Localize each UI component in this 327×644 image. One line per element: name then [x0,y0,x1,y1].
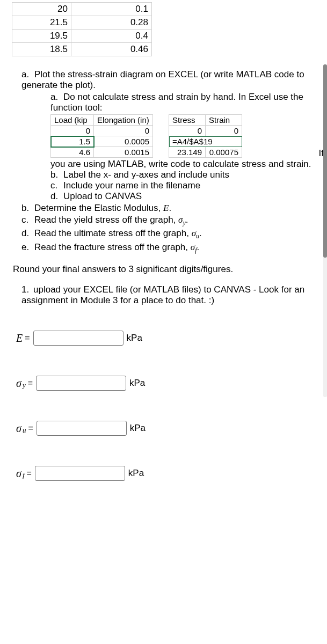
question-text: Label the x- and y-axes and include unit… [63,170,229,180]
list-marker: 1. [21,284,33,295]
question-a-a: a.Do not calculate stress and strain by … [50,92,321,170]
question-text: Do not calculate stress and strain by ha… [50,92,303,113]
input-sigma-f[interactable] [35,466,125,481]
question-a-c: c.Include your name in the filename [50,180,321,191]
equals-sign: = [27,469,32,478]
answer-e-modulus: E = kPa [16,331,321,346]
list-marker: a. [50,92,63,103]
unit-label: kPa [127,333,142,343]
input-E[interactable] [33,331,123,346]
cell: 21.5 [12,16,71,30]
cell: 0.4 [71,30,152,43]
question-text: Determine the Elastic Modulus, [34,203,163,213]
list-marker: d. [50,191,63,202]
unit-label: kPa [128,468,144,479]
answer-sigma-u: σu = kPa [16,421,321,436]
question-text: Read the yield stress off the graph, [34,215,178,225]
list-marker: a. [21,69,34,80]
symbol-sigma-y: σ [16,377,21,390]
answer-sigma-y: σy = kPa [16,376,321,391]
excel-header: Strain [206,115,242,126]
unit-label: kPa [130,423,146,434]
question-a-d: d.Upload to CANVAS [50,191,321,202]
excel-header: Elongation (in) [94,115,153,126]
question-a-b: b.Label the x- and y-axes and include un… [50,170,321,180]
cell: 18.5 [12,43,71,56]
question-d: d.Read the ultimate stress off the graph… [21,228,321,240]
excel-cell: 0 [51,126,94,136]
list-marker: c. [50,180,63,191]
excel-cell: 0 [169,126,206,136]
upload-instruction: 1.upload your EXCEL file (or MATLAB file… [21,284,321,306]
question-text-continued: you are using MATLAB, write code to calc… [50,159,321,170]
excel-header: Load (kip [51,115,94,126]
excel-cell: 0.0005 [94,136,153,147]
question-e: e.Read the fracture stress off the graph… [21,242,321,254]
list-marker: e. [21,242,34,253]
cell: 0.46 [71,43,152,56]
unit-label: kPa [129,378,145,389]
list-marker: b. [50,170,63,180]
input-sigma-u[interactable] [37,421,127,436]
list-marker: d. [21,228,34,239]
list-marker: c. [21,215,34,225]
symbol-E: E [16,332,23,345]
excel-cell: 0.00075 [206,147,242,158]
question-text: Plot the stress-strain diagram on EXCEL … [21,69,304,90]
list-marker: b. [21,203,34,214]
cell: 20 [12,3,71,16]
scrollbar[interactable] [323,64,327,397]
cell: 19.5 [12,30,71,43]
subscript-u: u [23,426,26,435]
excel-cell-formula: =A4/$A$19 [169,136,242,147]
scroll-thumb[interactable] [323,64,327,258]
symbol: σ [191,242,195,252]
equals-sign: = [25,333,30,343]
input-sigma-y[interactable] [36,376,126,391]
subscript-y: y [23,381,26,390]
table-row: 21.5 0.28 [12,16,152,30]
question-text: Upload to CANVAS [63,191,142,201]
subscript-f: f [23,471,25,480]
question-c: c.Read the yield stress off the graph, σ… [21,215,321,227]
excel-header: Stress [169,115,206,126]
symbol-sigma-u: σ [16,422,21,435]
round-note: Round your final answers to 3 significan… [13,264,314,275]
symbol-sigma-f: σ [16,467,21,480]
question-text: Read the fracture stress off the graph, [34,242,191,252]
excel-snippet: Load (kip Elongation (in) Stress Strain … [50,114,242,158]
table-row: 20 0.1 [12,3,152,16]
answer-sigma-f: σf = kPa [16,466,321,481]
question-text: Include your name in the filename [63,180,200,191]
equals-sign: = [28,423,33,433]
question-text: Read the ultimate stress off the graph, [34,228,192,238]
question-a: a.Plot the stress-strain diagram on EXCE… [21,69,321,202]
table-row: 18.5 0.46 [12,43,152,56]
excel-cell-selected: 1.5 [51,136,94,147]
equals-sign: = [28,378,33,388]
symbol: E [163,203,169,213]
cell: 0.28 [71,16,152,30]
excel-cell: 0 [94,126,153,136]
table-row: 19.5 0.4 [12,30,152,43]
excel-cell: 0 [206,126,242,136]
question-b: b.Determine the Elastic Modulus, E. [21,203,321,214]
upload-text: upload your EXCEL file (or MATLAB files)… [21,284,304,305]
symbol: σ [192,228,196,238]
data-table-top: 20 0.1 21.5 0.28 19.5 0.4 18.5 0.46 [12,2,152,56]
cell: 0.1 [71,3,152,16]
